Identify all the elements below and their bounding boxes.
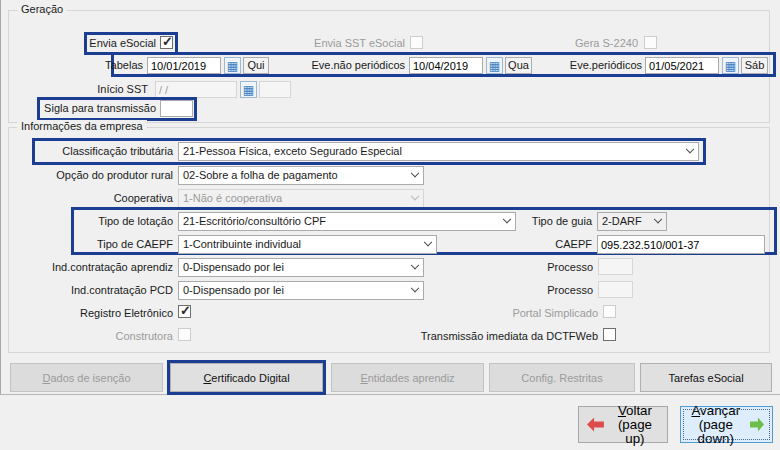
chevron-down-icon: [649, 213, 666, 230]
processo1-label: Processo: [520, 260, 593, 275]
transmissao-dctfweb-label: Transmissão imediata da DCTFWeb: [420, 329, 598, 344]
tipo-caepf-value: 1-Contribuinte individual: [183, 238, 301, 250]
produtor-rural-value: 02-Sobre a folha de pagamento: [183, 169, 338, 181]
chevron-down-icon: [406, 259, 423, 276]
groupbox-empresa-title: Informações da empresa: [17, 120, 147, 132]
tipo-lotacao-label: Tipo de lotação: [20, 214, 173, 229]
classificacao-label: Classificação tributária: [20, 144, 173, 159]
envia-esocial-checkbox[interactable]: [160, 36, 173, 49]
eve-periodicos-calendar-button[interactable]: ▦: [722, 57, 739, 74]
cooperativa-label: Cooperativa: [20, 191, 173, 206]
voltar-label: Voltar: [611, 404, 659, 418]
inicio-sst-label: Início SST: [90, 82, 148, 97]
tipo-lotacao-value: 21-Escritório/consultório CPF: [183, 215, 326, 227]
eve-periodicos-day-box: Sáb: [741, 57, 768, 74]
eve-nao-periodicos-day-box: Qua: [505, 57, 532, 74]
tipo-lotacao-combobox[interactable]: 21-Escritório/consultório CPF: [178, 212, 516, 231]
pcd-combobox[interactable]: 0-Dispensado por lei: [178, 281, 424, 300]
certificado-digital-button[interactable]: Certificado Digital: [170, 363, 323, 392]
registro-eletronico-label: Registro Eletrônico: [20, 306, 173, 321]
sigla-label: Sigla para transmissão: [41, 101, 156, 116]
produtor-rural-combobox[interactable]: 02-Sobre a folha de pagamento: [178, 166, 424, 185]
caepf-input[interactable]: [597, 235, 765, 254]
aprendiz-combobox[interactable]: 0-Dispensado por lei: [178, 258, 424, 277]
back-arrow-icon: [587, 418, 604, 432]
cooperativa-combobox: 1-Não é cooperativa: [178, 189, 424, 208]
cooperativa-value: 1-Não é cooperativa: [183, 192, 282, 204]
chevron-down-icon: [406, 167, 423, 184]
sigla-input[interactable]: [160, 100, 193, 117]
gera-s2240-label: Gera S-2240: [555, 36, 638, 51]
eve-nao-periodicos-date-input[interactable]: [409, 57, 483, 74]
construtora-checkbox: [178, 328, 191, 341]
groupbox-geracao-title: Geração: [17, 3, 67, 15]
caepf-label: CAEPF: [520, 237, 592, 252]
dados-isencao-button: Dados de isenção: [10, 363, 163, 392]
eve-periodicos-label: Eve.periódicos: [545, 58, 642, 73]
tipo-caepf-label: Tipo de CAEPF: [20, 237, 173, 252]
classificacao-value: 21-Pessoa Física, exceto Segurado Especi…: [183, 145, 402, 157]
tabelas-day-box: Qui: [243, 57, 269, 74]
eve-nao-periodicos-label: Eve.não periódicos: [295, 58, 405, 73]
voltar-sublabel: (page up): [611, 418, 659, 446]
pcd-label: Ind.contratação PCD: [20, 283, 173, 298]
voltar-button[interactable]: Voltar (page up): [578, 406, 668, 443]
calendar-icon: ▦: [725, 60, 736, 72]
tabelas-label: Tabelas: [100, 58, 143, 73]
envia-sst-label: Envia SST eSocial: [290, 36, 405, 51]
aprendiz-label: Ind.contratação aprendiz: [20, 260, 173, 275]
chevron-down-icon: [406, 282, 423, 299]
processo2-input: [598, 281, 633, 298]
forward-arrow-icon: [750, 418, 764, 432]
tipo-guia-combobox[interactable]: 2-DARF: [597, 212, 667, 231]
transmissao-dctfweb-checkbox[interactable]: [603, 328, 616, 341]
eve-periodicos-date-input[interactable]: [645, 57, 719, 74]
aprendiz-value: 0-Dispensado por lei: [183, 261, 284, 273]
avancar-button[interactable]: Avançar (page down): [680, 406, 773, 443]
config-restritas-button: Config. Restritas: [489, 363, 635, 392]
envia-sst-checkbox: [410, 36, 423, 49]
portal-simplicado-checkbox: [603, 305, 616, 318]
processo1-input: [598, 258, 633, 275]
tarefas-esocial-button[interactable]: Tarefas eSocial: [640, 363, 772, 392]
entidades-aprendiz-button: Entidades aprendiz: [331, 363, 484, 392]
registro-eletronico-checkbox[interactable]: [178, 305, 191, 318]
calendar-icon: ▦: [243, 84, 254, 96]
classificacao-combobox[interactable]: 21-Pessoa Física, exceto Segurado Especi…: [178, 142, 699, 161]
tipo-caepf-combobox[interactable]: 1-Contribuinte individual: [178, 235, 437, 254]
envia-esocial-label: Envia eSocial: [88, 36, 156, 51]
chevron-down-icon: [498, 213, 515, 230]
tipo-guia-label: Tipo de guia: [520, 214, 592, 229]
eve-nao-periodicos-calendar-button[interactable]: ▦: [486, 57, 503, 74]
gera-s2240-checkbox: [644, 36, 657, 49]
pcd-value: 0-Dispensado por lei: [183, 284, 284, 296]
tabelas-calendar-button[interactable]: ▦: [224, 57, 241, 74]
produtor-rural-label: Opção do produtor rural: [20, 168, 173, 183]
tipo-guia-value: 2-DARF: [602, 215, 642, 227]
avancar-sublabel: (page down): [689, 418, 743, 446]
chevron-down-icon: [681, 143, 698, 160]
window-left-border: [0, 0, 1, 395]
processo2-label: Processo: [520, 283, 593, 298]
panel-separator: [0, 394, 780, 395]
chevron-down-icon: [419, 236, 436, 253]
calendar-icon: ▦: [227, 60, 238, 72]
calendar-icon: ▦: [489, 60, 500, 72]
inicio-sst-calendar-button[interactable]: ▦: [240, 81, 257, 98]
chevron-down-icon: [406, 190, 423, 207]
inicio-sst-day-box: [259, 81, 291, 98]
avancar-label: Avançar: [689, 404, 743, 418]
inicio-sst-date-input: [155, 81, 237, 98]
construtora-label: Construtora: [20, 329, 173, 344]
portal-simplicado-label: Portal Simplicado: [480, 306, 598, 321]
tabelas-date-input[interactable]: [147, 57, 221, 74]
